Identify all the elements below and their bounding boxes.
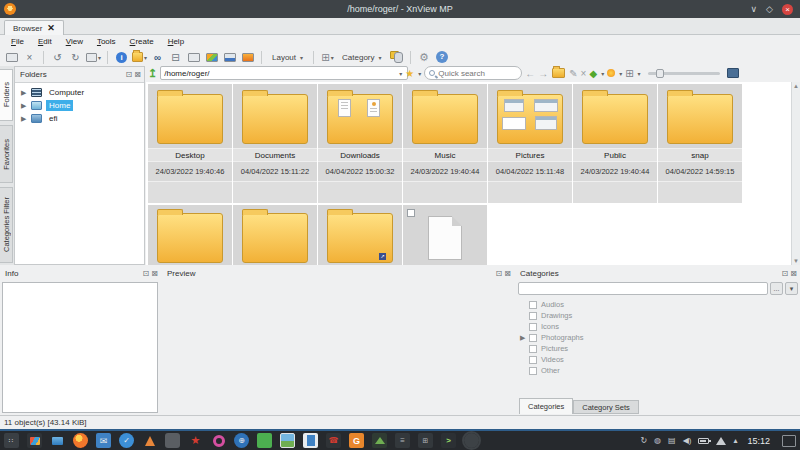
float-panel-icon[interactable]: ⊡ (143, 269, 150, 278)
search-input[interactable] (438, 69, 518, 78)
sliders-app-icon[interactable]: ≡ (395, 433, 410, 448)
thumbnail-checkbox[interactable] (407, 209, 415, 217)
settings-gear-icon[interactable]: ⚙ (417, 50, 432, 64)
menu-tools[interactable]: Tools (90, 37, 123, 46)
title-bar[interactable]: /home/roger/ - XnView MP ∨ ◇ × (0, 0, 800, 18)
layout-dropdown[interactable]: Layout▾ (268, 53, 307, 62)
globe-icon[interactable]: ⊕ (234, 433, 249, 448)
expand-arrow-icon[interactable]: ▶ (21, 89, 27, 97)
screen-icon[interactable] (240, 50, 255, 64)
tab-category-sets[interactable]: Category Sets (573, 400, 639, 414)
thumbnail-downloads[interactable]: Downloads 04/04/2022 15:00:32 (318, 84, 402, 203)
search-icon[interactable]: ∞ (150, 50, 165, 64)
menu-view[interactable]: View (59, 37, 90, 46)
image-viewer-icon[interactable] (372, 433, 387, 448)
thumbnail-folder[interactable] (233, 205, 317, 265)
app-launcher-icon[interactable]: ∷ (4, 433, 19, 448)
category-item-audios[interactable]: Audios (529, 299, 800, 310)
menu-help[interactable]: Help (161, 37, 191, 46)
vertical-scrollbar[interactable]: ▲ ▼ (791, 82, 800, 265)
category-item-icons[interactable]: Icons (529, 321, 800, 332)
checkbox[interactable] (529, 334, 537, 342)
monitor-icon[interactable] (727, 68, 739, 78)
close-panel-icon[interactable]: ⊠ (790, 269, 797, 278)
path-input[interactable] (160, 66, 408, 80)
menu-edit[interactable]: Edit (31, 37, 59, 46)
close-panel-icon[interactable]: ⊠ (134, 70, 141, 79)
menu-file[interactable]: File (4, 37, 31, 46)
expand-arrow-icon[interactable]: ▶ (21, 115, 27, 123)
category-dropdown-button[interactable]: ▾ (785, 282, 798, 295)
scroll-up-icon[interactable]: ▲ (793, 83, 799, 89)
browser-icon[interactable] (4, 50, 19, 64)
capture-icon[interactable] (222, 50, 237, 64)
compare-icon[interactable] (186, 50, 201, 64)
side-tab-folders[interactable]: Folders (0, 69, 13, 121)
magenta-app-icon[interactable] (211, 433, 226, 448)
tab-close-icon[interactable]: ✕ (47, 23, 55, 33)
checkbox[interactable] (529, 356, 537, 364)
checkbox[interactable] (529, 312, 537, 320)
side-tab-favorites[interactable]: Favorites (0, 125, 13, 183)
tag-icon[interactable]: ◆ (589, 68, 597, 79)
phone-app-icon[interactable]: ☎ (326, 433, 341, 448)
scroll-down-icon[interactable]: ▼ (793, 258, 799, 264)
slideshow-icon[interactable] (204, 50, 219, 64)
close-icon[interactable]: × (581, 68, 587, 79)
gimp-icon[interactable] (165, 433, 180, 448)
checkbox[interactable] (529, 301, 537, 309)
quick-search[interactable] (424, 66, 522, 80)
gcompris-icon[interactable]: G (349, 433, 364, 448)
updates-check-icon[interactable]: ✓ (119, 433, 134, 448)
tree-item-computer[interactable]: ▶ Computer (15, 86, 144, 99)
rotate-left-icon[interactable]: ↺ (50, 50, 65, 64)
thumbnail-pictures[interactable]: Pictures 04/04/2022 15:11:48 (488, 84, 572, 203)
lamp-icon[interactable] (607, 69, 615, 77)
tree-item-home[interactable]: ▶ Home (15, 99, 144, 112)
tree-item-efi[interactable]: ▶ efi (15, 112, 144, 125)
checkbox[interactable] (529, 345, 537, 353)
expand-arrow-icon[interactable]: ▶ (520, 334, 525, 342)
thumbnail-size-slider[interactable] (648, 72, 720, 75)
float-panel-icon[interactable]: ⊡ (496, 269, 503, 278)
thumbnail-public[interactable]: Public 24/03/2022 19:40:44 (573, 84, 657, 203)
category-filter-input[interactable] (518, 282, 768, 295)
file-manager-icon[interactable] (50, 433, 65, 448)
fullscreen-icon[interactable]: × (22, 50, 37, 64)
import-icon[interactable]: ▾ (86, 50, 101, 64)
photos-icon[interactable] (280, 433, 295, 448)
help-icon[interactable]: ? (435, 50, 450, 64)
tag-mouse-icon[interactable] (389, 50, 404, 64)
view-mode-icon[interactable]: ⊞ (625, 68, 633, 79)
chevron-down-icon[interactable]: ▾ (601, 70, 604, 77)
maximize-button[interactable]: ◇ (766, 4, 773, 14)
category-item-videos[interactable]: Videos (529, 354, 800, 365)
favorites-star-icon[interactable]: ★ (405, 68, 414, 79)
path-dropdown-icon[interactable]: ▾ (399, 70, 402, 77)
green-app-icon[interactable] (257, 433, 272, 448)
up-arrow-icon[interactable]: ↥ (148, 67, 157, 80)
caret-up-icon[interactable]: ▴ (733, 436, 737, 445)
minimize-button[interactable]: ∨ (750, 4, 757, 14)
clock[interactable]: 15:12 (747, 436, 770, 446)
view-mode-dropdown[interactable]: ⊞▾ (320, 50, 335, 64)
chevron-down-icon[interactable]: ▾ (619, 70, 622, 77)
close-panel-icon[interactable]: ⊠ (151, 269, 158, 278)
tab-categories[interactable]: Categories (519, 398, 573, 414)
chevron-down-icon[interactable]: ▾ (638, 70, 641, 77)
network-icon[interactable] (716, 437, 726, 445)
thumbnail-folder[interactable] (148, 205, 232, 265)
rotate-right-icon[interactable]: ↻ (68, 50, 83, 64)
category-item-photographs[interactable]: ▶ Photographs (529, 332, 800, 343)
thumbnail-snap[interactable]: snap 04/04/2022 14:59:15 (658, 84, 742, 203)
menu-create[interactable]: Create (123, 37, 161, 46)
edit-icon[interactable]: ✎ (569, 68, 577, 79)
chevron-down-icon[interactable]: ▾ (418, 70, 421, 77)
mail-icon[interactable]: ✉ (96, 433, 111, 448)
volume-icon[interactable]: ◀) (683, 436, 692, 445)
tab-browser[interactable]: Browser ✕ (4, 20, 64, 35)
terminal-icon[interactable]: > (441, 433, 456, 448)
category-dropdown[interactable]: Category▾ (338, 53, 385, 62)
forward-icon[interactable]: → (538, 68, 548, 79)
open-folder-icon[interactable]: ▾ (132, 50, 147, 64)
